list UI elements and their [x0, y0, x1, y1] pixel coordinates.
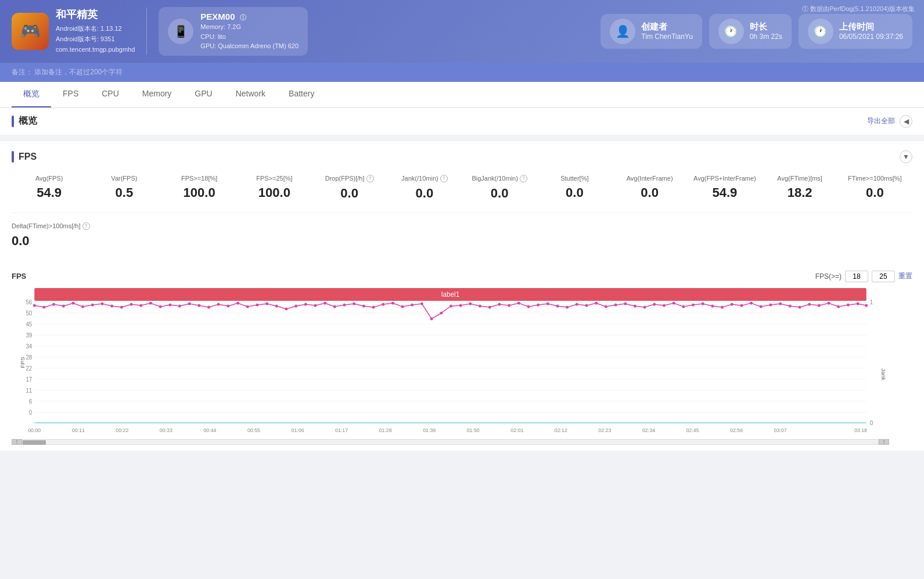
svg-point-133: [857, 302, 860, 305]
svg-point-72: [265, 302, 268, 305]
tab-fps[interactable]: FPS: [51, 82, 90, 107]
app-info: 和平精英 Android版本名: 1.13.12 Android版本号: 935…: [12, 8, 147, 55]
app-details: 和平精英 Android版本名: 1.13.12 Android版本号: 935…: [56, 8, 135, 55]
svg-point-77: [314, 304, 317, 307]
svg-point-59: [139, 304, 142, 307]
drop-fps-help[interactable]: ?: [366, 175, 374, 182]
fps-section: FPS ▼ Avg(FPS) 54.9 Var(FPS) 0.5 FPS>=18…: [0, 141, 924, 265]
svg-text:1: 1: [870, 299, 873, 305]
tab-bar: 概览 FPS CPU Memory GPU Network Battery: [0, 82, 924, 108]
duration-card: 🕐 时长 0h 3m 22s: [709, 14, 792, 49]
android-code: Android版本号: 9351: [56, 34, 135, 45]
duration-value: 0h 3m 22s: [750, 33, 782, 41]
stat-value-fps-18: 100.0: [167, 185, 232, 200]
big-jank-help[interactable]: ?: [520, 175, 527, 182]
app-package: com.tencent.tmgp.pubgmhd: [56, 45, 135, 55]
svg-point-53: [81, 305, 84, 308]
stat-value-jank: 0.0: [391, 186, 457, 201]
svg-point-108: [614, 303, 617, 306]
stat-label-fps-18: FPS>=18[%]: [167, 175, 232, 182]
svg-point-61: [159, 305, 162, 308]
scroll-thumb[interactable]: [23, 440, 46, 445]
device-info: PEXM00 ⓘ Memory: 7.2G CPU: lito GPU: Qua…: [200, 12, 299, 51]
svg-point-51: [62, 304, 65, 307]
stats-grid: Avg(FPS) 54.9 Var(FPS) 0.5 FPS>=18[%] 10…: [12, 172, 912, 213]
tab-overview[interactable]: 概览: [12, 82, 51, 107]
stat-value-avg-fps: 54.9: [16, 185, 82, 200]
svg-point-81: [353, 302, 355, 305]
stat-fps-25: FPS>=25[%] 100.0: [237, 172, 312, 203]
svg-point-123: [760, 305, 763, 308]
svg-point-118: [711, 304, 714, 307]
stat-label-avg-fps: Avg(FPS): [16, 175, 82, 182]
svg-point-75: [294, 304, 297, 307]
svg-point-101: [547, 302, 549, 305]
fps-18-input[interactable]: [845, 271, 868, 282]
chart-scrollbar[interactable]: ⋮ ⋮: [12, 439, 889, 445]
svg-point-52: [72, 301, 75, 304]
jank-help[interactable]: ?: [440, 175, 448, 182]
app-icon: [12, 13, 49, 50]
stat-value-fps-interframe: 54.9: [692, 185, 757, 200]
tab-memory[interactable]: Memory: [131, 82, 184, 107]
svg-text:02:56: 02:56: [730, 427, 743, 433]
device-memory: Memory: 7.2G: [200, 22, 299, 32]
svg-point-130: [828, 301, 830, 304]
stat-stutter: Stutter[%] 0.0: [537, 172, 612, 203]
device-icon: 📱: [168, 19, 193, 44]
stat-label-drop-fps: Drop(FPS)[/h] ?: [317, 175, 382, 182]
svg-point-110: [634, 304, 637, 307]
stat-drop-fps: Drop(FPS)[/h] ? 0.0: [312, 172, 387, 203]
upload-info: 上传时间 06/05/2021 09:37:26: [839, 21, 903, 41]
tab-cpu[interactable]: CPU: [90, 82, 131, 107]
tab-network[interactable]: Network: [224, 82, 277, 107]
duration-icon: 🕐: [718, 19, 744, 44]
svg-point-120: [731, 303, 734, 305]
stat-ftime: Avg(FTime)[ms] 18.2: [763, 172, 837, 203]
svg-point-78: [323, 301, 326, 304]
stat-label-interframe: Avg(InterFrame): [617, 175, 682, 182]
stat-avg-fps: Avg(FPS) 54.9: [12, 172, 87, 203]
svg-point-134: [865, 304, 868, 307]
svg-point-64: [188, 302, 191, 305]
svg-point-62: [168, 303, 171, 306]
tab-battery[interactable]: Battery: [277, 82, 326, 107]
delta-help[interactable]: ?: [82, 222, 90, 230]
svg-point-83: [372, 305, 375, 308]
svg-point-92: [459, 304, 462, 307]
svg-point-96: [498, 303, 501, 305]
svg-point-55: [101, 302, 104, 305]
app-meta: Android版本名: 1.13.12 Android版本号: 9351 com…: [56, 24, 135, 55]
collapse-icon[interactable]: ◀: [900, 115, 912, 128]
svg-point-121: [740, 304, 743, 307]
svg-point-76: [304, 303, 307, 305]
svg-text:00:33: 00:33: [160, 427, 172, 433]
svg-point-119: [721, 305, 724, 308]
fps-collapse-icon[interactable]: ▼: [900, 150, 912, 163]
scroll-track[interactable]: [22, 439, 879, 445]
chart-outer: label1 56: [12, 287, 912, 445]
scroll-right-btn[interactable]: ⋮: [879, 439, 889, 445]
notes-placeholder[interactable]: 添加备注，不超过200个字符: [34, 68, 123, 76]
svg-text:50: 50: [26, 310, 32, 316]
svg-point-115: [682, 305, 685, 308]
reset-button[interactable]: 重置: [898, 271, 912, 281]
fps-chart-svg: label1 56: [12, 287, 889, 438]
svg-text:00:22: 00:22: [116, 427, 128, 433]
tab-gpu[interactable]: GPU: [183, 82, 224, 107]
fps-25-input[interactable]: [872, 271, 895, 282]
svg-text:02:01: 02:01: [510, 427, 523, 433]
svg-point-88: [420, 302, 423, 305]
svg-point-70: [246, 305, 249, 308]
android-version: Android版本名: 1.13.12: [56, 24, 135, 34]
stat-value-interframe: 0.0: [617, 185, 682, 200]
svg-point-50: [52, 303, 55, 305]
svg-text:label1: label1: [441, 290, 460, 298]
export-button[interactable]: 导出全部: [867, 116, 895, 126]
svg-text:00:00: 00:00: [28, 427, 41, 433]
scroll-left-btn[interactable]: ⋮: [12, 439, 22, 445]
svg-point-103: [566, 305, 569, 308]
svg-point-113: [663, 304, 666, 307]
stat-value-ftime: 18.2: [767, 185, 833, 200]
fps-section-header: FPS ▼: [12, 150, 912, 163]
